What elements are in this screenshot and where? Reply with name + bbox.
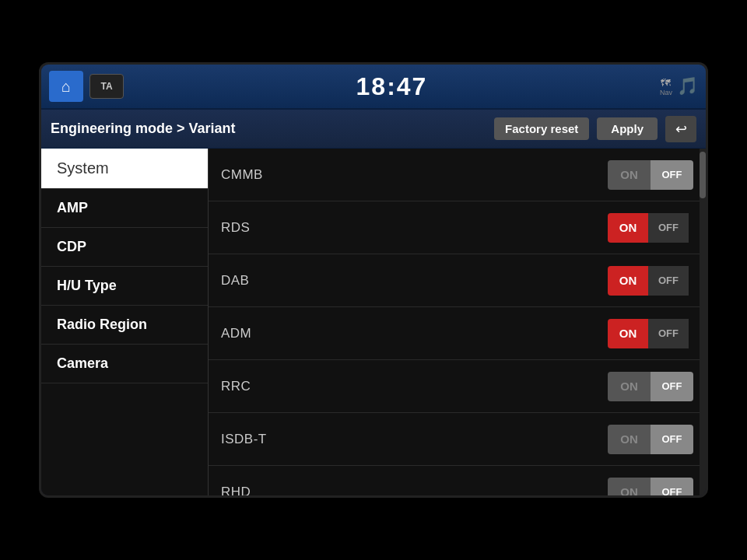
toggle-off-adm[interactable]: OFF: [648, 319, 689, 348]
toggle-off-rhd[interactable]: OFF: [651, 478, 693, 496]
toggle-on-cmmb[interactable]: ON: [608, 160, 651, 190]
row-label-rhd: RHD: [221, 485, 608, 496]
back-button[interactable]: ↩: [665, 116, 696, 142]
toggle-dab[interactable]: ON OFF: [608, 266, 693, 296]
main-content: System AMP CDP H/U Type Radio Region Cam…: [41, 149, 706, 495]
toggle-rrc[interactable]: ON OFF: [608, 372, 693, 401]
sidebar: System AMP CDP H/U Type Radio Region Cam…: [41, 149, 209, 495]
sidebar-item-system[interactable]: System: [41, 149, 208, 189]
table-row: DAB ON OFF: [209, 254, 706, 307]
row-label-rrc: RRC: [221, 379, 608, 394]
ta-label: TA: [100, 81, 112, 92]
row-label-dab: DAB: [221, 273, 608, 289]
table-row: RDS ON OFF: [209, 201, 706, 254]
toggle-on-adm[interactable]: ON: [608, 319, 648, 348]
content-area: CMMB ON OFF RDS ON OFF DAB ON OFF: [209, 149, 706, 495]
home-button[interactable]: ⌂: [49, 71, 83, 102]
toggle-rhd[interactable]: ON OFF: [608, 478, 693, 496]
header-icons: 🗺 Nav 🎵: [660, 76, 698, 96]
row-label-rds: RDS: [221, 220, 608, 236]
toggle-isdb-t[interactable]: ON OFF: [608, 425, 693, 454]
sidebar-item-amp[interactable]: AMP: [41, 189, 208, 228]
title-bar: Engineering mode > Variant Factory reset…: [41, 110, 706, 149]
toggle-on-dab[interactable]: ON: [608, 266, 648, 296]
toggle-off-rds[interactable]: OFF: [648, 213, 689, 243]
table-row: ISDB-T ON OFF: [209, 413, 706, 466]
row-label-adm: ADM: [221, 326, 608, 341]
toggle-off-cmmb[interactable]: OFF: [651, 160, 693, 190]
toggle-on-rrc[interactable]: ON: [608, 372, 651, 401]
toggle-cmmb[interactable]: ON OFF: [608, 160, 693, 190]
toggle-on-isdb-t[interactable]: ON: [608, 425, 651, 454]
sidebar-item-camera[interactable]: Camera: [41, 345, 208, 383]
toggle-on-rhd[interactable]: ON: [608, 478, 651, 496]
table-row: RHD ON OFF: [209, 466, 706, 495]
back-icon: ↩: [675, 121, 687, 138]
scrollbar-track: [700, 149, 706, 495]
table-row: ADM ON OFF: [209, 307, 706, 360]
main-screen: ⌂ TA 18:47 🗺 Nav 🎵 Engineering mode > Va…: [39, 62, 708, 498]
table-row: RRC ON OFF: [209, 360, 706, 413]
sidebar-item-radio-region[interactable]: Radio Region: [41, 306, 208, 345]
nav-icon: 🗺 Nav: [660, 77, 672, 96]
nav-icon-symbol: 🗺: [661, 77, 671, 89]
clock-display: 18:47: [130, 72, 654, 101]
toggle-adm[interactable]: ON OFF: [608, 319, 693, 348]
ta-button[interactable]: TA: [89, 74, 124, 99]
music-icon: 🎵: [677, 76, 698, 96]
factory-reset-button[interactable]: Factory reset: [494, 117, 589, 140]
toggle-rds[interactable]: ON OFF: [608, 213, 693, 243]
sidebar-item-hu-type[interactable]: H/U Type: [41, 267, 208, 306]
scrollbar-thumb[interactable]: [700, 152, 706, 198]
toggle-off-isdb-t[interactable]: OFF: [651, 425, 693, 454]
apply-button[interactable]: Apply: [597, 117, 658, 140]
toggle-off-dab[interactable]: OFF: [648, 266, 689, 296]
page-title: Engineering mode > Variant: [51, 121, 486, 137]
nav-label: Nav: [660, 89, 672, 96]
toggle-off-rrc[interactable]: OFF: [651, 372, 693, 401]
header-bar: ⌂ TA 18:47 🗺 Nav 🎵: [41, 65, 706, 110]
table-row: CMMB ON OFF: [209, 149, 706, 201]
row-label-isdb-t: ISDB-T: [221, 432, 608, 447]
toggle-on-rds[interactable]: ON: [608, 213, 648, 243]
sidebar-item-cdp[interactable]: CDP: [41, 228, 208, 267]
row-label-cmmb: CMMB: [221, 167, 608, 183]
